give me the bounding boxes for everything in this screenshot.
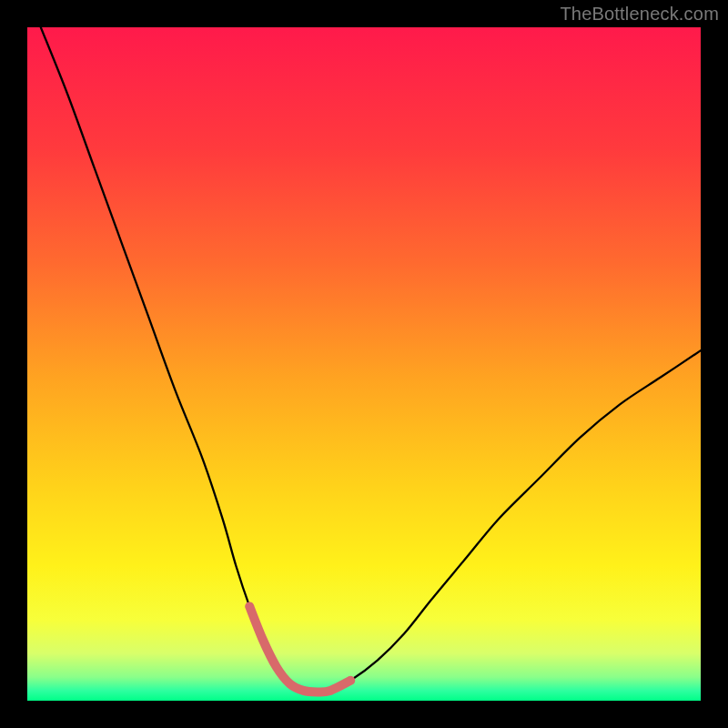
plot-background xyxy=(27,27,701,701)
chart-stage: TheBottleneck.com xyxy=(0,0,728,728)
watermark-text: TheBottleneck.com xyxy=(560,4,719,25)
chart-canvas xyxy=(0,0,728,728)
